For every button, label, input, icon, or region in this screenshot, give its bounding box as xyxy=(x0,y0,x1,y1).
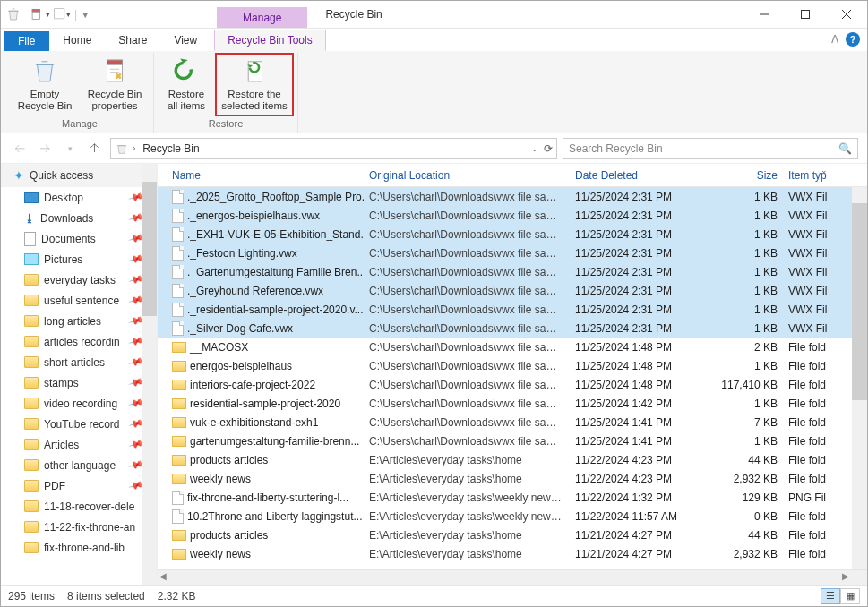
share-tab[interactable]: Share xyxy=(105,30,160,51)
cell-type: VWX Fil xyxy=(783,228,837,241)
file-icon xyxy=(172,190,184,204)
quick-access-label: Quick access xyxy=(30,169,93,182)
address-bar[interactable]: › Recycle Bin ⌄ ⟳ xyxy=(110,138,557,159)
up-button[interactable]: 🡡 xyxy=(85,139,105,158)
file-icon xyxy=(172,303,184,317)
cell-date: 11/22/2024 4:23 PM xyxy=(570,454,713,466)
nav-item[interactable]: Desktop📌 xyxy=(1,187,157,208)
table-row[interactable]: ._2025_Grotto_Rooftop_Sample Pro...C:\Us… xyxy=(158,187,867,206)
minimize-button[interactable] xyxy=(743,1,785,28)
table-row[interactable]: ._Festoon Lighting.vwxC:\Users\charl\Dow… xyxy=(158,244,867,262)
cell-name: 10.2Throne and Liberty laggingstut... xyxy=(187,510,362,523)
empty-recycle-bin-button[interactable]: Empty Recycle Bin xyxy=(10,53,80,116)
nav-item[interactable]: PDF📌 xyxy=(1,475,157,496)
horizontal-scrollbar[interactable]: ◀ ▶ xyxy=(158,569,867,585)
back-button[interactable]: 🡠 xyxy=(10,139,30,158)
forward-button[interactable]: 🡢 xyxy=(35,139,55,158)
col-original-location[interactable]: Original Location xyxy=(364,169,570,182)
table-row[interactable]: ._Silver Dog Cafe.vwxC:\Users\charl\Down… xyxy=(158,319,867,338)
address-dropdown-icon[interactable]: ⌄ xyxy=(531,144,538,153)
chevron-right-icon[interactable]: › xyxy=(133,143,135,153)
nav-item[interactable]: everyday tasks📌 xyxy=(1,269,157,290)
cell-size: 129 KB xyxy=(713,492,783,504)
table-row[interactable]: weekly newsE:\Articles\everyday tasks\ho… xyxy=(158,544,867,563)
breadcrumb-recycle-bin[interactable]: Recycle Bin xyxy=(139,142,202,155)
restore-selected-items-button[interactable]: Restore the selected items xyxy=(215,53,294,116)
nav-item[interactable]: Articles📌 xyxy=(1,434,157,455)
nav-item-label: Documents xyxy=(41,233,96,245)
table-row[interactable]: energos-beispielhausC:\Users\charl\Downl… xyxy=(158,356,867,375)
nav-item[interactable]: short articles📌 xyxy=(1,352,157,372)
table-row[interactable]: residential-sample-project-2020C:\Users\… xyxy=(158,394,867,413)
cell-size: 44 KB xyxy=(713,454,783,466)
nav-item[interactable]: other language📌 xyxy=(1,455,157,475)
file-tab[interactable]: File xyxy=(4,31,49,51)
nav-item[interactable]: 11-22-fix-throne-an xyxy=(1,517,157,537)
restore-all-items-button[interactable]: Restore all items xyxy=(158,53,215,116)
nav-scrollbar[interactable] xyxy=(142,164,157,585)
table-row[interactable]: fix-throne-and-liberty-stuttering-l...E:… xyxy=(158,488,867,507)
qat-dropdown-icon[interactable]: ▾ xyxy=(46,10,50,19)
history-dropdown-icon[interactable]: ▾ xyxy=(60,139,80,158)
table-row[interactable]: ._Gartenumgestaltung Familie Bren...C:\U… xyxy=(158,262,867,281)
nav-item-label: stamps xyxy=(44,377,79,389)
column-headers[interactable]: Name Original Location Date Deleted Size… xyxy=(158,164,867,187)
nav-item[interactable]: stamps📌 xyxy=(1,372,157,393)
col-size[interactable]: Size xyxy=(713,169,783,182)
view-tab[interactable]: View xyxy=(160,30,211,51)
home-tab[interactable]: Home xyxy=(49,30,105,51)
cell-name: ._residential-sample-project-2020.v... xyxy=(187,304,364,316)
search-input[interactable]: Search Recycle Bin 🔍 xyxy=(563,138,858,159)
cell-location: C:\Users\charl\Downloads\vwx file samp..… xyxy=(364,191,570,203)
close-button[interactable] xyxy=(826,1,867,28)
help-icon[interactable]: ? xyxy=(846,32,860,47)
nav-item[interactable]: video recording📌 xyxy=(1,393,157,414)
recycle-bin-properties-button[interactable]: Recycle Bin properties xyxy=(80,53,150,116)
cell-date: 11/25/2024 2:31 PM xyxy=(570,322,713,335)
table-row[interactable]: ._EXH1-VUK-E-05-Exhibition_Stand...C:\Us… xyxy=(158,225,867,244)
details-view-button[interactable]: ☰ xyxy=(821,588,840,604)
collapse-ribbon-icon[interactable]: ᐱ xyxy=(831,33,838,46)
nav-item[interactable]: fix-throne-and-lib xyxy=(1,537,157,558)
cell-name: ._Silver Dog Cafe.vwx xyxy=(187,322,293,335)
qat-overflow-icon[interactable]: ▼ xyxy=(81,10,90,20)
search-icon[interactable]: 🔍 xyxy=(838,142,852,155)
col-name[interactable]: Name xyxy=(167,169,364,182)
file-icon xyxy=(172,246,184,261)
nav-item[interactable]: long articles📌 xyxy=(1,311,157,331)
content-scrollbar[interactable] xyxy=(852,187,867,569)
maximize-button[interactable] xyxy=(785,1,826,28)
folder-icon xyxy=(172,549,186,560)
nav-item[interactable]: Pictures📌 xyxy=(1,249,157,269)
properties-icon[interactable] xyxy=(26,4,47,25)
nav-item[interactable]: YouTube record📌 xyxy=(1,414,157,434)
table-row[interactable]: products articlesE:\Articles\everyday ta… xyxy=(158,526,867,544)
navigation-pane[interactable]: ✦ Quick access Desktop📌⭳Downloads📌Docume… xyxy=(1,164,158,585)
nav-item[interactable]: Documents📌 xyxy=(1,228,157,249)
table-row[interactable]: products articlesE:\Articles\everyday ta… xyxy=(158,450,867,469)
nav-item-label: PDF xyxy=(44,480,65,492)
table-row[interactable]: gartenumgestaltung-familie-brenn...C:\Us… xyxy=(158,432,867,450)
nav-item[interactable]: useful sentence📌 xyxy=(1,290,157,311)
table-row[interactable]: interiors-cafe-project-2022C:\Users\char… xyxy=(158,375,867,394)
large-icons-view-button[interactable]: ▦ xyxy=(840,588,860,604)
refresh-icon[interactable]: ⟳ xyxy=(544,142,553,155)
nav-item[interactable]: 11-18-recover-dele xyxy=(1,496,157,517)
table-row[interactable]: 10.2Throne and Liberty laggingstut...E:\… xyxy=(158,507,867,526)
table-row[interactable]: weekly newsE:\Articles\everyday tasks\ho… xyxy=(158,469,867,488)
nav-item[interactable]: articles recordin📌 xyxy=(1,331,157,352)
nav-item[interactable]: ⭳Downloads📌 xyxy=(1,208,157,228)
contextual-tab-header: Manage xyxy=(217,1,307,28)
col-date-deleted[interactable]: Date Deleted xyxy=(570,169,713,182)
recycle-bin-tools-tab[interactable]: Recycle Bin Tools xyxy=(214,30,326,51)
col-item-type[interactable]: Item typ xyxy=(783,169,837,182)
table-row[interactable]: __MACOSXC:\Users\charl\Downloads\vwx fil… xyxy=(158,338,867,356)
table-row[interactable]: ._residential-sample-project-2020.v...C:… xyxy=(158,300,867,319)
recycle-bin-icon[interactable] xyxy=(3,4,24,25)
table-row[interactable]: ._Greyhound Reference.vwxC:\Users\charl\… xyxy=(158,281,867,300)
qat-customize-icon[interactable]: ▾ xyxy=(66,10,71,19)
table-row[interactable]: ._energos-beispielhaus.vwxC:\Users\charl… xyxy=(158,206,867,225)
quick-access-header[interactable]: ✦ Quick access xyxy=(1,164,157,187)
file-list[interactable]: ._2025_Grotto_Rooftop_Sample Pro...C:\Us… xyxy=(158,187,867,563)
table-row[interactable]: vuk-e-exhibitionstand-exh1C:\Users\charl… xyxy=(158,413,867,432)
